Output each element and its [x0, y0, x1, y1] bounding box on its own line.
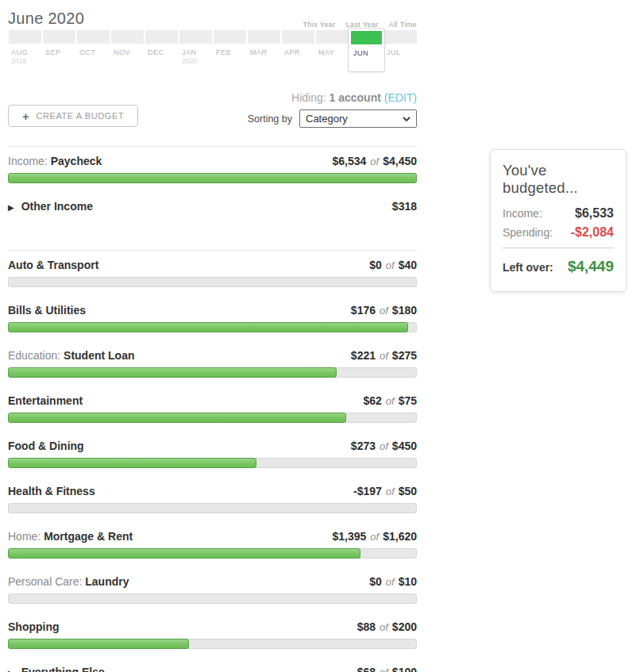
budget-row[interactable]: Entertainment $62of$75: [8, 386, 417, 432]
budget-row[interactable]: Food & Dining $273of$450: [8, 432, 417, 477]
sorting-label: Sorting by: [248, 113, 292, 125]
budget-progress-track: [8, 277, 417, 287]
timeline-month[interactable]: NOV: [110, 30, 145, 56]
budget-row-line: ▶Other Income $318: [8, 200, 417, 213]
month-bar[interactable]: [77, 30, 110, 44]
category-name: Shopping: [8, 620, 60, 633]
budget-row-line: Home: Mortgage & Rent $1,395of$1,620: [8, 530, 417, 543]
budget-amount: $4,450: [383, 155, 417, 167]
of-word: of: [386, 486, 395, 497]
budget-row[interactable]: Personal Care: Laundry $0of$10: [8, 567, 417, 612]
month-label: OCT: [77, 48, 110, 56]
category-name: Bills & Utilities: [8, 304, 86, 317]
hiding-count: 1 account: [330, 91, 381, 104]
summary-panel: You've budgeted... Income: $6,533 Spendi…: [490, 149, 626, 292]
budget-row[interactable]: Health & Fitness -$197of$50: [8, 477, 417, 522]
summary-title: You've budgeted...: [503, 162, 614, 197]
budget-row-line: Entertainment $62of$75: [8, 394, 417, 408]
timeline-month[interactable]: JAN 2020: [179, 30, 213, 65]
month-label: DEC: [145, 48, 178, 56]
month-timeline: AUG 2019 SEP OCT NOV DEC JAN 2020 FEB MA…: [8, 30, 417, 70]
category-prefix: Education:: [8, 349, 64, 362]
timeline-month[interactable]: MAR: [247, 30, 281, 56]
timeline-month[interactable]: APR: [281, 30, 315, 56]
month-bar[interactable]: [9, 30, 41, 44]
category-name: Health & Fitness: [8, 485, 95, 497]
period-link[interactable]: This Year: [303, 21, 336, 29]
budget-row[interactable]: Home: Mortgage & Rent $1,395of$1,620: [8, 522, 417, 567]
spent-amount: $0: [369, 575, 382, 588]
month-bar[interactable]: [384, 30, 417, 44]
budget-amount: $450: [392, 440, 417, 452]
month-bar[interactable]: [145, 30, 178, 44]
summary-row-value: -$2,084: [571, 225, 614, 240]
month-label: JAN: [179, 48, 212, 56]
budget-progress-fill: [8, 413, 346, 423]
of-word: of: [370, 531, 379, 543]
of-word: of: [386, 395, 395, 407]
timeline-month[interactable]: SEP: [42, 30, 76, 56]
category-prefix: Home:: [8, 530, 44, 543]
budget-row-line: Food & Dining $273of$450: [8, 440, 417, 453]
plus-icon: +: [22, 110, 29, 122]
budget-amount: $180: [392, 304, 417, 317]
month-bar[interactable]: [111, 30, 144, 44]
budget-row[interactable]: Bills & Utilities $176of$180: [8, 296, 417, 341]
month-bar[interactable]: [351, 31, 382, 44]
period-link[interactable]: All Time: [389, 21, 417, 29]
budget-row-line: Bills & Utilities $176of$180: [8, 304, 417, 317]
month-bar[interactable]: [282, 30, 314, 44]
budget-row[interactable]: ▶Everything Else $68of$100: [8, 658, 417, 672]
budget-category-label: Entertainment: [8, 394, 83, 407]
timeline-month[interactable]: MAY: [315, 30, 349, 56]
budget-row-line: Health & Fitness -$197of$50: [8, 485, 417, 498]
of-word: of: [386, 259, 395, 271]
budget-row-line: Auto & Transport $0of$40: [8, 259, 417, 272]
budget-row[interactable]: Income: Paycheck $6,534of$4,450: [8, 147, 417, 192]
budget-amount: $200: [392, 620, 417, 633]
budget-amounts: $273of$450: [351, 440, 417, 452]
spent-amount: $221: [351, 349, 376, 362]
budget-progress-fill: [8, 639, 189, 649]
budget-amounts: $88of$200: [357, 620, 417, 633]
category-name: Laundry: [85, 575, 129, 588]
spent-amount: $6,534: [333, 155, 367, 167]
budget-row[interactable]: Shopping $88of$200: [8, 612, 417, 658]
budget-amount: $75: [399, 394, 417, 407]
budget-row-line: ▶Everything Else $68of$100: [8, 666, 417, 672]
of-word: of: [380, 666, 388, 672]
timeline-month[interactable]: FEB: [213, 30, 247, 56]
month-bar[interactable]: [316, 30, 349, 44]
budget-row[interactable]: Auto & Transport $0of$40: [8, 251, 417, 296]
timeline-month[interactable]: JUL: [384, 30, 418, 56]
spent-amount: $0: [369, 259, 382, 271]
expand-arrow-icon[interactable]: ▶: [8, 669, 14, 672]
create-budget-button[interactable]: + CREATE A BUDGET: [8, 105, 138, 127]
budget-progress-fill: [8, 458, 256, 468]
budget-amounts: $176of$180: [351, 304, 417, 317]
month-bar[interactable]: [179, 30, 212, 44]
timeline-month[interactable]: AUG 2019: [8, 30, 42, 65]
budget-progress-track: [8, 593, 417, 604]
edit-link[interactable]: (EDIT): [384, 91, 417, 104]
budget-amounts: $62of$75: [363, 394, 417, 407]
budget-row[interactable]: Education: Student Loan $221of$275: [8, 341, 417, 386]
month-label: JUL: [384, 48, 417, 56]
month-bar[interactable]: [248, 30, 280, 44]
timeline-month[interactable]: JUN: [348, 28, 385, 72]
month-bar[interactable]: [214, 30, 246, 44]
timeline-month[interactable]: DEC: [145, 30, 179, 56]
timeline-month[interactable]: OCT: [76, 30, 110, 56]
month-label: APR: [282, 48, 314, 56]
month-bar[interactable]: [43, 30, 75, 44]
right-controls: Hiding: 1 account (EDIT) Sorting by Cate…: [248, 91, 417, 128]
budget-amounts: $6,534of$4,450: [333, 155, 418, 167]
expand-arrow-icon[interactable]: ▶: [8, 203, 14, 212]
sorting-select[interactable]: Category: [299, 109, 417, 128]
spent-amount: -$197: [353, 485, 382, 497]
category-name: Other Income: [21, 200, 93, 213]
summary-row-label: Spending:: [503, 226, 553, 239]
budget-row[interactable]: ▶Other Income $318: [8, 192, 417, 250]
category-name: Food & Dining: [8, 440, 84, 452]
spent-amount: $273: [351, 440, 376, 452]
